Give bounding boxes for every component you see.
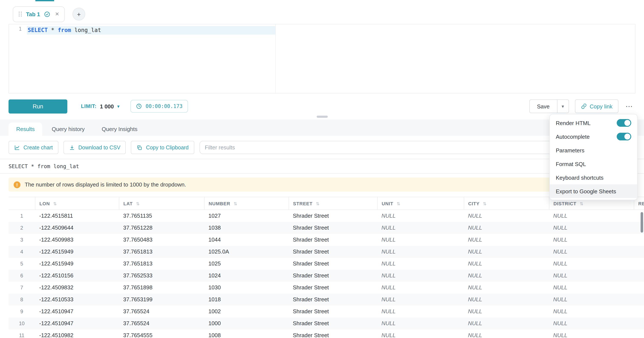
save-options-button[interactable]: ▾ (557, 99, 569, 113)
table-cell: NULL (464, 234, 549, 246)
limit-warning-banner: ! The number of rows displayed is limite… (8, 178, 636, 192)
sort-icon: ⇅ (483, 201, 487, 206)
sort-icon: ⇅ (580, 201, 584, 206)
table-cell: 1002 (204, 305, 288, 317)
run-button[interactable]: Run (8, 99, 67, 113)
table-cell: 37.7652533 (119, 269, 204, 281)
menu-item-render-html[interactable]: Render HTML (550, 116, 637, 130)
table-cell: Shrader Street (288, 234, 377, 246)
table-cell: NULL (377, 305, 464, 317)
table-cell: NULL (377, 317, 464, 329)
sql-editor[interactable]: 1 SELECT * from long_lat (8, 24, 636, 93)
sort-icon: ⇅ (53, 201, 57, 206)
table-cell: -122.4510156 (35, 269, 119, 281)
table-cell: NULL (464, 281, 549, 293)
header-cell-rownum (8, 197, 35, 210)
column-label: RE (638, 201, 644, 206)
table-cell: Shrader Street (288, 246, 377, 258)
table-cell: Shrader Street (288, 305, 377, 317)
results-tab-strip: Results Query history Query Insights (0, 119, 644, 136)
table-cell: -122.4509983 (35, 234, 119, 246)
menu-item-label: Autocomplete (556, 133, 590, 140)
menu-item-keyboard-shortcuts[interactable]: Keyboard shortcuts (550, 171, 637, 184)
menu-item-parameters[interactable]: Parameters (550, 143, 637, 157)
table-cell: -122.4510947 (35, 317, 119, 329)
row-number: 9 (8, 305, 35, 317)
sort-icon: ⇅ (234, 201, 238, 206)
top-accent-bar (36, 0, 54, 1)
table-cell: 1027 (204, 210, 288, 222)
link-icon (581, 103, 587, 109)
table-cell: 37.7653199 (119, 293, 204, 305)
download-csv-button[interactable]: Download to CSV (64, 141, 126, 154)
create-chart-label: Create chart (24, 144, 53, 150)
column-header-lat[interactable]: LAT⇅ (119, 197, 204, 210)
column-header-unit[interactable]: UNIT⇅ (377, 197, 464, 210)
table-cell: 37.7650483 (119, 234, 204, 246)
panel-splitter (0, 113, 644, 119)
table-row: 7-122.450983237.76518981030Shrader Stree… (8, 281, 644, 293)
sort-icon: ⇅ (136, 201, 140, 206)
sort-icon: ⇅ (397, 201, 401, 206)
vertical-scrollbar[interactable] (640, 212, 643, 337)
table-row: 1-122.451581137.76511351027Shrader Stree… (8, 210, 644, 222)
more-options-button[interactable]: ⋯ (623, 99, 636, 113)
table-cell: NULL (464, 317, 549, 329)
table-cell: NULL (377, 281, 464, 293)
table-cell: NULL (549, 222, 634, 234)
column-label: CITY (468, 201, 480, 206)
table-cell: NULL (377, 210, 464, 222)
table-cell: NULL (464, 222, 549, 234)
drag-handle-icon (18, 11, 22, 17)
table-cell: 37.7651898 (119, 281, 204, 293)
table-cell: NULL (377, 269, 464, 281)
sort-icon: ⇅ (316, 201, 320, 206)
column-label: LON (40, 201, 50, 206)
check-circle-icon (44, 11, 50, 17)
table-cell: NULL (464, 246, 549, 258)
scrollbar-thumb[interactable] (640, 212, 643, 233)
query-timer: 00:00:00.173 (131, 100, 188, 113)
row-number: 4 (8, 246, 35, 258)
table-cell: NULL (464, 269, 549, 281)
splitter-drag-handle[interactable] (316, 115, 328, 118)
toggle-knob (624, 120, 630, 126)
table-cell: NULL (549, 258, 634, 269)
row-number: 3 (8, 234, 35, 246)
copy-clipboard-button[interactable]: Copy to Clipboard (131, 141, 194, 154)
tab-query-insights[interactable]: Query Insights (94, 122, 145, 136)
menu-item-format-sql[interactable]: Format SQL (550, 157, 637, 171)
close-tab-icon[interactable]: ✕ (55, 11, 59, 17)
column-label: DISTRICT (554, 201, 576, 206)
tab-results[interactable]: Results (8, 122, 42, 136)
table-cell: 37.7654555 (119, 329, 204, 338)
chart-icon (14, 144, 20, 150)
table-cell: NULL (549, 329, 634, 338)
clock-icon (136, 103, 142, 109)
save-button[interactable]: Save (529, 99, 557, 113)
column-header-lon[interactable]: LON⇅ (35, 197, 119, 210)
limit-dropdown[interactable]: LIMIT: 1 000 ▾ (81, 103, 120, 109)
editor-tab-bar: Tab 1 ✕ + (0, 0, 644, 24)
table-cell: Shrader Street (288, 222, 377, 234)
code-line: SELECT * from long_lat (27, 26, 635, 35)
tab-label: Tab 1 (26, 11, 40, 17)
limit-label: LIMIT: (81, 103, 96, 109)
render-html-toggle[interactable] (617, 119, 631, 127)
query-tab[interactable]: Tab 1 ✕ (13, 6, 65, 22)
sql-table-name: long_lat (71, 27, 101, 33)
table-cell: NULL (464, 305, 549, 317)
menu-item-export-google-sheets[interactable]: Export to Google Sheets (550, 184, 637, 198)
menu-item-autocomplete[interactable]: Autocomplete (550, 130, 637, 143)
tab-query-history[interactable]: Query history (44, 122, 92, 136)
autocomplete-toggle[interactable] (617, 133, 631, 140)
table-cell: NULL (464, 293, 549, 305)
copy-link-button[interactable]: Copy link (575, 99, 618, 113)
new-tab-button[interactable]: + (72, 8, 85, 21)
column-header-number[interactable]: NUMBER⇅ (204, 197, 288, 210)
column-header-city[interactable]: CITY⇅ (464, 197, 549, 210)
create-chart-button[interactable]: Create chart (8, 141, 58, 154)
row-number: 11 (8, 329, 35, 338)
editor-code-area[interactable]: SELECT * from long_lat (27, 24, 635, 93)
column-header-street[interactable]: STREET⇅ (288, 197, 377, 210)
